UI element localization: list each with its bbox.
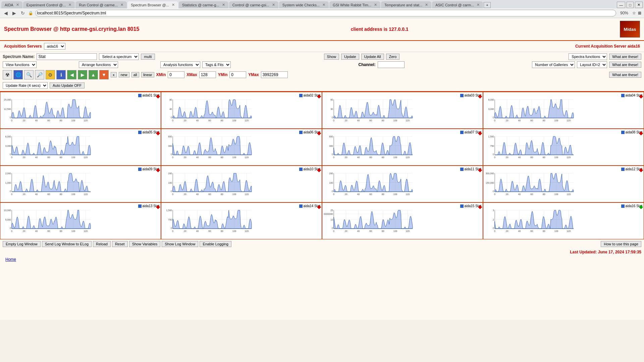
- acquisition-server-select[interactable]: aida16: [44, 43, 65, 50]
- tab-spectrum-browser[interactable]: Spectrum Browser @... ✕: [127, 1, 178, 8]
- spectrum-cell-10[interactable]: aida10 Stat ◆ 2001000 020406080100120: [161, 166, 322, 202]
- spectrum-cell-13[interactable]: aida13 Stat ◆ 10,0005,0000 0204060801001…: [0, 202, 161, 239]
- tab-aida[interactable]: AIDA ✕: [1, 1, 22, 8]
- tab-control-close[interactable]: ✕: [272, 3, 275, 7]
- tab-asic[interactable]: ASIC Control @ carm... ✕: [432, 1, 483, 8]
- tab-runcontrol-close[interactable]: ✕: [120, 3, 123, 7]
- chart-area-2: 80400 020406080100120: [163, 98, 320, 125]
- tab-spectrum-close[interactable]: ✕: [172, 3, 175, 7]
- tab-temp-close[interactable]: ✕: [425, 3, 428, 7]
- x-button[interactable]: x: [111, 72, 117, 77]
- arrange-functions-dropdown[interactable]: Arrange functions: [79, 61, 118, 68]
- radiation-icon[interactable]: ☢: [3, 70, 12, 79]
- svg-text:120: 120: [84, 230, 88, 232]
- spectrum-name-input[interactable]: [37, 53, 97, 60]
- linear-button[interactable]: linear: [141, 72, 154, 77]
- tab-experiment[interactable]: Experiment Control @... ✕: [23, 1, 75, 8]
- svg-text:0: 0: [332, 116, 333, 119]
- empty-log-window-button[interactable]: Empty Log Window: [3, 241, 41, 247]
- tab-white-rabbit[interactable]: GSI White Rabbit Tim... ✕: [329, 1, 380, 8]
- tab-control[interactable]: Control @ carme-gsi... ✕: [229, 1, 278, 8]
- info-icon[interactable]: ℹ: [56, 70, 66, 79]
- arrow-down-icon[interactable]: ▼: [99, 70, 109, 79]
- tab-aida-close[interactable]: ✕: [16, 3, 19, 7]
- auto-update-button[interactable]: Auto Update OFF: [50, 82, 85, 88]
- stop-icon[interactable]: ⊙: [46, 70, 55, 79]
- tab-statistics[interactable]: Statistics @ carme-g... ✕: [179, 1, 228, 8]
- url-input[interactable]: [35, 10, 616, 16]
- enable-logging-button[interactable]: Enable Logging: [200, 241, 231, 247]
- svg-text:3,000: 3,000: [488, 108, 494, 110]
- spectrum-cell-15[interactable]: aida15 Stat ◆ 25132000000000 02040608010…: [322, 202, 483, 239]
- back-button[interactable]: ◀: [3, 10, 9, 16]
- how-to-use-button[interactable]: How to use this page: [601, 241, 641, 247]
- number-galleries-dropdown[interactable]: Number of Galleries: [532, 61, 575, 68]
- spectrum-cell-1[interactable]: aida01 Stat ◆ 25,00012,5000 020406080100…: [0, 92, 161, 129]
- spectrum-cell-9[interactable]: aida09 Stat ◆ 2,0001,0000 02040608010012…: [0, 166, 161, 202]
- svg-text:20: 20: [506, 230, 508, 232]
- spectrum-cell-3[interactable]: aida03 Stat ◆ 60300 020406080100120: [322, 92, 483, 129]
- show-variables-button[interactable]: Show Variables: [129, 241, 161, 247]
- send-log-window-button[interactable]: Send Log Window to ELog: [42, 241, 92, 247]
- chart-area-12: 300,000150,0000 020406080100120: [485, 172, 642, 198]
- spectrum-cell-16[interactable]: aida16 Stat ◆ 320 020406080100120: [483, 202, 644, 239]
- reset-button[interactable]: Reset: [112, 241, 128, 247]
- tab-asic-close[interactable]: ✕: [477, 3, 480, 7]
- show-log-window-button[interactable]: Show Log Window: [162, 241, 198, 247]
- tab-system-checks[interactable]: System wide Checks... ✕: [279, 1, 329, 8]
- xmin-input[interactable]: [168, 71, 184, 78]
- what-are-these-2-button[interactable]: What are these!: [609, 62, 641, 68]
- tab-experiment-close[interactable]: ✕: [68, 3, 71, 7]
- update-rate-select[interactable]: Update Rate (4 secs): [3, 82, 48, 89]
- spectrum-cell-12[interactable]: aida12 Stat ◆ 300,000150,0000 0204060801…: [483, 166, 644, 202]
- reload-button[interactable]: Reload: [93, 241, 111, 247]
- xmax-input[interactable]: [199, 71, 216, 78]
- show-button[interactable]: Show: [324, 54, 339, 60]
- spectrum-cell-7[interactable]: aida07 Stat ◆ 6003000 020406080100120: [322, 129, 483, 166]
- minimize-button[interactable]: —: [617, 2, 625, 8]
- spectra-functions-dropdown[interactable]: Spectra functions: [569, 53, 607, 60]
- layout-id-dropdown[interactable]: Layout ID=2: [577, 61, 607, 68]
- new-tab-button[interactable]: +: [484, 2, 490, 8]
- arrow-right-icon[interactable]: ▶: [78, 70, 87, 79]
- tab-temperature[interactable]: Temperature and stat... ✕: [381, 1, 431, 8]
- spectrum-cell-8[interactable]: aida08 Stat ◆ 1,5007500 020406080100120: [483, 129, 644, 166]
- maximize-button[interactable]: □: [627, 2, 634, 8]
- home-link[interactable]: Home: [3, 256, 19, 263]
- spectrum-cell-5[interactable]: aida05 Stat ◆ 6,0003,0000 02040608010012…: [0, 129, 161, 166]
- arrow-left-icon[interactable]: ◀: [67, 70, 76, 79]
- analysis-functions-dropdown[interactable]: Analysis functions: [160, 61, 200, 68]
- channel-input[interactable]: [378, 61, 405, 68]
- spectrum-cell-4[interactable]: aida04 Stat ◆ 6,0003,0000 02040608010012…: [483, 92, 644, 129]
- extensions-icon[interactable]: ⊞: [638, 11, 641, 15]
- what-are-these-3-button[interactable]: What are these!: [609, 72, 641, 78]
- multi-button[interactable]: multi: [141, 54, 155, 60]
- tab-wr-close[interactable]: ✕: [374, 3, 377, 7]
- tab-runcontrol[interactable]: Run Control @ carme... ✕: [75, 1, 127, 8]
- spectrum-cell-2[interactable]: aida02 Stat ◆ 80400 020406080100120: [161, 92, 322, 129]
- select-spectrum-dropdown[interactable]: Select a spectrum: [99, 53, 139, 60]
- view-functions-dropdown[interactable]: View functions: [3, 61, 37, 68]
- what-are-these-1-button[interactable]: What are these!: [609, 54, 641, 60]
- refresh-button[interactable]: ↻: [19, 10, 26, 16]
- spectrum-cell-11[interactable]: aida11 Stat ◆ 2001000 020406080100120: [322, 166, 483, 202]
- new-button[interactable]: new: [119, 72, 129, 77]
- zero-button[interactable]: Zero: [386, 54, 400, 60]
- arrow-up-icon[interactable]: ▲: [89, 70, 98, 79]
- zoom-out-icon[interactable]: 🔎: [35, 70, 44, 79]
- close-button[interactable]: ✕: [635, 2, 643, 8]
- spectrum-cell-6[interactable]: aida06 Stat ◆ 6003000 020406080100120: [161, 129, 322, 166]
- globe-icon[interactable]: 🌐: [13, 70, 23, 79]
- tab-system-close[interactable]: ✕: [322, 3, 325, 7]
- ymax-input[interactable]: [261, 71, 288, 78]
- ymin-input[interactable]: [229, 71, 246, 78]
- bookmark-icon[interactable]: ☆: [632, 11, 636, 15]
- tags-fits-dropdown[interactable]: Tags & Fits: [202, 61, 231, 68]
- tab-statistics-close[interactable]: ✕: [222, 3, 225, 7]
- forward-button[interactable]: ▶: [11, 10, 17, 16]
- update-all-button[interactable]: Update All: [361, 54, 384, 60]
- zoom-in-icon[interactable]: 🔍: [24, 70, 34, 79]
- all-button[interactable]: all: [131, 72, 139, 77]
- spectrum-cell-14[interactable]: aida14 Stat ◆ 1,5007500 020406080100120: [161, 202, 322, 239]
- update-button[interactable]: Update: [341, 54, 359, 60]
